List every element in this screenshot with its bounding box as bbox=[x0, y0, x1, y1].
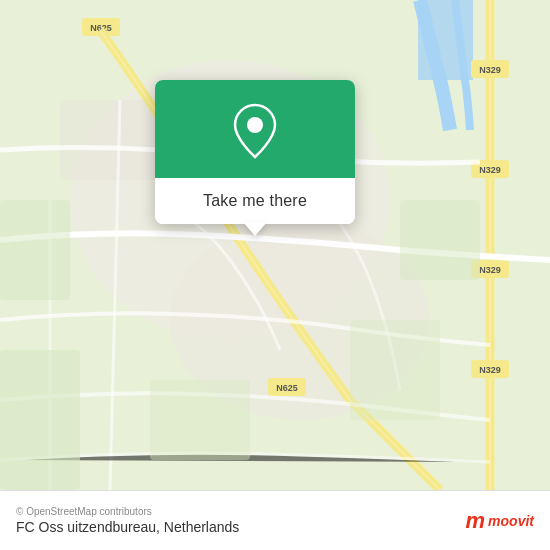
map-background: N329 N329 N329 N329 N625 N625 bbox=[0, 0, 550, 490]
moovit-logo-text: moovit bbox=[488, 513, 534, 529]
moovit-logo-icon: m bbox=[466, 508, 485, 534]
svg-rect-24 bbox=[350, 320, 440, 420]
svg-rect-25 bbox=[150, 380, 250, 460]
svg-text:N329: N329 bbox=[479, 265, 501, 275]
svg-rect-22 bbox=[0, 200, 70, 300]
moovit-logo: m moovit bbox=[466, 508, 534, 534]
location-name: FC Oss uitzendbureau, Netherlands bbox=[16, 519, 239, 535]
svg-rect-21 bbox=[0, 350, 80, 490]
take-me-there-button[interactable]: Take me there bbox=[155, 178, 355, 224]
svg-rect-4 bbox=[418, 0, 473, 80]
svg-rect-23 bbox=[400, 200, 480, 280]
svg-text:N329: N329 bbox=[479, 365, 501, 375]
svg-point-26 bbox=[247, 117, 263, 133]
location-popup: Take me there bbox=[155, 80, 355, 224]
svg-text:N625: N625 bbox=[276, 383, 298, 393]
footer: © OpenStreetMap contributors FC Oss uitz… bbox=[0, 490, 550, 550]
popup-header bbox=[155, 80, 355, 178]
svg-text:N329: N329 bbox=[479, 65, 501, 75]
map-container: N329 N329 N329 N329 N625 N625 bbox=[0, 0, 550, 490]
svg-text:N329: N329 bbox=[479, 165, 501, 175]
attribution-text: © OpenStreetMap contributors bbox=[16, 506, 239, 517]
footer-info: © OpenStreetMap contributors FC Oss uitz… bbox=[16, 506, 239, 535]
location-pin bbox=[233, 104, 277, 158]
